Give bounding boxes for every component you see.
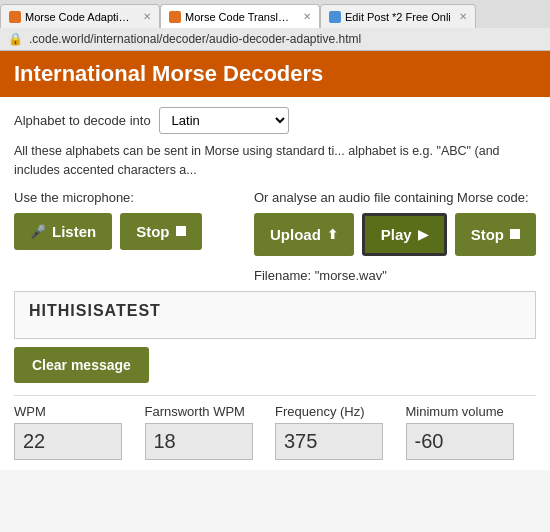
clear-message-button[interactable]: Clear message: [14, 347, 149, 383]
metric-frequency: Frequency (Hz) 375: [275, 404, 406, 460]
browser-tabs: Morse Code Adaptive Audio ✕ Morse Code T…: [0, 0, 550, 28]
metric-wpm: WPM 22: [14, 404, 145, 460]
two-column-layout: Use the microphone: 🎤 Listen Stop Or ana…: [14, 190, 536, 283]
min-volume-label: Minimum volume: [406, 404, 527, 419]
tab-2[interactable]: Morse Code Translator | Morse C ✕: [160, 4, 320, 28]
microphone-section: Use the microphone: 🎤 Listen Stop: [14, 190, 234, 283]
play-icon: ▶: [418, 227, 428, 242]
audio-file-label: Or analyse an audio file containing Mors…: [254, 190, 536, 205]
play-label: Play: [381, 226, 412, 243]
decoded-text: HITHISISATEST: [29, 302, 161, 319]
listen-button[interactable]: 🎤 Listen: [14, 213, 112, 250]
lock-icon: 🔒: [8, 32, 23, 46]
audio-stop-button[interactable]: Stop: [455, 213, 536, 256]
mic-stop-button[interactable]: Stop: [120, 213, 201, 250]
tab-3[interactable]: Edit Post *2 Free Onli ✕: [320, 4, 476, 28]
listen-label: Listen: [52, 223, 96, 240]
frequency-label: Frequency (Hz): [275, 404, 396, 419]
metric-min-volume: Minimum volume -60: [406, 404, 537, 460]
tab-1[interactable]: Morse Code Adaptive Audio ✕: [0, 4, 160, 28]
upload-icon: ⬆: [327, 227, 338, 242]
audio-stop-label: Stop: [471, 226, 504, 243]
info-text: All these alphabets can be sent in Morse…: [14, 142, 536, 180]
page-header: International Morse Decoders: [0, 51, 550, 97]
wpm-label: WPM: [14, 404, 135, 419]
alphabet-row: Alphabet to decode into Latin Cyrillic G…: [14, 107, 536, 134]
metric-farnsworth: Farnsworth WPM 18: [145, 404, 276, 460]
page-title: International Morse Decoders: [14, 61, 323, 86]
tab-1-label: Morse Code Adaptive Audio: [25, 11, 135, 23]
audio-file-section: Or analyse an audio file containing Mors…: [254, 190, 536, 283]
tab-2-close[interactable]: ✕: [303, 11, 311, 22]
microphone-icon: 🎤: [30, 224, 46, 239]
upload-button[interactable]: Upload ⬆: [254, 213, 354, 256]
tab-1-favicon: [9, 11, 21, 23]
filename-display: Filename: "morse.wav": [254, 268, 536, 283]
tab-2-label: Morse Code Translator | Morse C: [185, 11, 295, 23]
microphone-buttons: 🎤 Listen Stop: [14, 213, 234, 250]
farnsworth-label: Farnsworth WPM: [145, 404, 266, 419]
clear-button-label: Clear message: [32, 357, 131, 373]
address-bar: 🔒 .code.world/international/decoder/audi…: [0, 28, 550, 51]
main-content: Alphabet to decode into Latin Cyrillic G…: [0, 97, 550, 470]
tab-2-favicon: [169, 11, 181, 23]
tab-3-close[interactable]: ✕: [459, 11, 467, 22]
frequency-value: 375: [275, 423, 383, 460]
metrics-row: WPM 22 Farnsworth WPM 18 Frequency (Hz) …: [14, 395, 536, 460]
farnsworth-value: 18: [145, 423, 253, 460]
audio-stop-square-icon: [510, 229, 520, 239]
mic-stop-label: Stop: [136, 223, 169, 240]
min-volume-value: -60: [406, 423, 514, 460]
audio-buttons: Upload ⬆ Play ▶ Stop: [254, 213, 536, 256]
upload-label: Upload: [270, 226, 321, 243]
decoded-message-box: HITHISISATEST: [14, 291, 536, 339]
alphabet-select[interactable]: Latin Cyrillic Greek Hebrew Arabic Japan…: [159, 107, 289, 134]
play-button[interactable]: Play ▶: [362, 213, 447, 256]
stop-square-icon: [176, 226, 186, 236]
wpm-value: 22: [14, 423, 122, 460]
tab-3-favicon: [329, 11, 341, 23]
alphabet-label: Alphabet to decode into: [14, 113, 151, 128]
tab-3-label: Edit Post *2 Free Onli: [345, 11, 451, 23]
tab-1-close[interactable]: ✕: [143, 11, 151, 22]
microphone-label: Use the microphone:: [14, 190, 234, 205]
address-text: .code.world/international/decoder/audio-…: [29, 32, 361, 46]
